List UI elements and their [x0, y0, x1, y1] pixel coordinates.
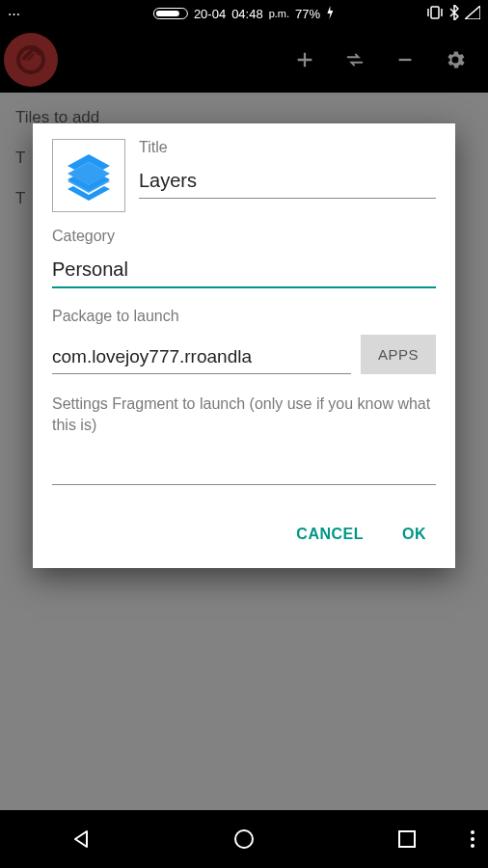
title-input[interactable] — [139, 166, 436, 199]
app-logo[interactable] — [4, 33, 58, 87]
ellipsis-icon: ⋯ — [8, 7, 20, 21]
title-label: Title — [139, 139, 436, 156]
vibrate-icon — [426, 6, 444, 22]
status-bar: ⋯ 20-04 04:48 p.m. 77% — [0, 0, 488, 27]
battery-icon — [153, 8, 188, 19]
status-time: 04:48 — [231, 7, 263, 21]
signal-icon — [465, 6, 480, 22]
navigation-bar — [0, 810, 488, 868]
fragment-input[interactable] — [52, 452, 436, 485]
category-input[interactable] — [52, 255, 436, 288]
tile-icon-picker[interactable] — [52, 139, 125, 212]
app-bar — [0, 27, 488, 93]
tile-edit-dialog: Title Category Package to launch APPS Se… — [33, 123, 455, 568]
ok-button[interactable]: OK — [396, 518, 432, 551]
bluetooth-icon — [449, 5, 459, 23]
nav-overflow-button[interactable] — [471, 830, 474, 848]
status-battery-pct: 77% — [295, 7, 320, 21]
status-date: 20-04 — [194, 7, 226, 21]
layers-icon — [60, 147, 118, 204]
package-label: Package to launch — [52, 308, 436, 325]
cancel-button[interactable]: CANCEL — [290, 518, 369, 551]
svg-rect-0 — [431, 7, 439, 18]
bolt-icon — [326, 6, 335, 22]
recents-button[interactable] — [378, 820, 436, 858]
category-label: Category — [52, 228, 436, 245]
apps-button[interactable]: APPS — [361, 335, 436, 374]
fragment-label: Settings Fragment to launch (only use if… — [52, 393, 436, 435]
status-ampm: p.m. — [269, 8, 289, 19]
remove-button[interactable] — [384, 39, 426, 81]
add-button[interactable] — [284, 39, 326, 81]
swap-button[interactable] — [334, 39, 376, 81]
svg-point-6 — [235, 830, 253, 848]
settings-button[interactable] — [434, 39, 476, 81]
package-input[interactable] — [52, 342, 351, 374]
svg-rect-7 — [399, 831, 415, 847]
home-button[interactable] — [215, 820, 273, 858]
back-button[interactable] — [52, 820, 110, 858]
